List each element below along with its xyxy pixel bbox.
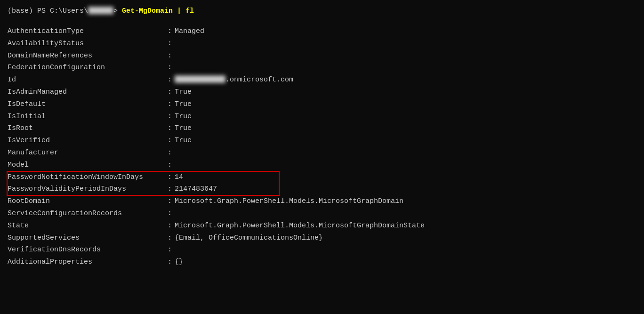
property-name: VerificationDnsRecords — [8, 244, 168, 256]
command-text: Get-MgDomain | fl — [122, 7, 194, 15]
property-row: VerificationDnsRecords: — [8, 244, 636, 256]
property-name: IsInitial — [8, 111, 168, 123]
property-name: AvailabilityStatus — [8, 38, 168, 50]
property-name: Id — [8, 74, 168, 86]
property-colon: : — [168, 220, 172, 232]
property-row: Model: — [8, 159, 636, 171]
property-row: IsInitial: True — [8, 111, 636, 123]
property-name: Manufacturer — [8, 147, 168, 159]
property-name: RootDomain — [8, 195, 168, 208]
property-name: IsVerified — [8, 135, 168, 147]
property-colon: : — [168, 256, 172, 268]
property-value: True — [175, 135, 192, 147]
property-name: DomainNameReferences — [8, 50, 168, 62]
property-row: State: Microsoft.Graph.PowerShell.Models… — [8, 220, 636, 232]
property-value: True — [175, 122, 192, 135]
property-colon: : — [168, 86, 172, 98]
property-colon: : — [168, 183, 172, 195]
property-name: IsRoot — [8, 122, 168, 135]
property-name: Model — [8, 159, 168, 171]
command-line: (base) PS C:\Users\██████> Get-MgDomain … — [8, 6, 636, 17]
prompt-text: (base) PS C:\Users\██████> — [8, 7, 122, 15]
property-row: IsVerified: True — [8, 135, 636, 147]
property-colon: : — [168, 98, 172, 111]
property-row: PasswordValidityPeriodInDays: 2147483647 — [8, 183, 636, 195]
property-row: DomainNameReferences: — [8, 50, 636, 62]
property-row: FederationConfiguration: — [8, 62, 636, 74]
property-row: AuthenticationType: Managed — [8, 25, 636, 38]
property-colon: : — [168, 122, 172, 135]
property-colon: : — [168, 62, 172, 74]
property-colon: : — [168, 159, 172, 171]
property-value: {Email, OfficeCommunicationsOnline} — [175, 232, 323, 244]
property-colon: : — [168, 25, 172, 38]
property-value: Microsoft.Graph.PowerShell.Models.Micros… — [175, 195, 403, 208]
property-colon: : — [168, 195, 172, 208]
property-colon: : — [168, 147, 172, 159]
property-row: Id: ████████████.onmicrosoft.com — [8, 74, 636, 86]
property-value: 14 — [175, 171, 183, 184]
property-name: IsDefault — [8, 98, 168, 111]
property-row: IsAdminManaged: True — [8, 86, 636, 98]
property-row: SupportedServices: {Email, OfficeCommuni… — [8, 232, 636, 244]
property-row: ServiceConfigurationRecords: — [8, 208, 636, 220]
property-colon: : — [168, 135, 172, 147]
terminal-window: (base) PS C:\Users\██████> Get-MgDomain … — [0, 0, 644, 314]
property-name: SupportedServices — [8, 232, 168, 244]
property-name: AdditionalProperties — [8, 256, 168, 268]
property-colon: : — [168, 171, 172, 184]
property-row: RootDomain: Microsoft.Graph.PowerShell.M… — [8, 195, 636, 208]
property-row: IsDefault: True — [8, 98, 636, 111]
property-name: IsAdminManaged — [8, 86, 168, 98]
property-row: AdditionalProperties: {} — [8, 256, 636, 268]
property-value: 2147483647 — [175, 183, 217, 195]
property-colon: : — [168, 208, 172, 220]
property-colon: : — [168, 232, 172, 244]
property-name: AuthenticationType — [8, 25, 168, 38]
properties-list: AuthenticationType: ManagedAvailabilityS… — [8, 25, 636, 268]
property-colon: : — [168, 111, 172, 123]
property-colon: : — [168, 74, 172, 86]
property-row: PasswordNotificationWindowInDays: 14 — [8, 171, 636, 184]
property-value: {} — [175, 256, 183, 268]
property-colon: : — [168, 244, 172, 256]
property-colon: : — [168, 38, 172, 50]
property-name: ServiceConfigurationRecords — [8, 208, 168, 220]
property-row: Manufacturer: — [8, 147, 636, 159]
property-value: Microsoft.Graph.PowerShell.Models.Micros… — [175, 220, 425, 232]
property-value: True — [175, 98, 192, 111]
property-value: Managed — [175, 25, 204, 38]
property-value: ████████████.onmicrosoft.com — [175, 74, 293, 86]
property-row: IsRoot: True — [8, 122, 636, 135]
property-row: AvailabilityStatus: — [8, 38, 636, 50]
property-name: PasswordValidityPeriodInDays — [8, 183, 168, 195]
property-value: True — [175, 111, 192, 123]
property-name: State — [8, 220, 168, 232]
property-name: FederationConfiguration — [8, 62, 168, 74]
property-name: PasswordNotificationWindowInDays — [8, 171, 168, 184]
property-value: True — [175, 86, 192, 98]
property-colon: : — [168, 50, 172, 62]
